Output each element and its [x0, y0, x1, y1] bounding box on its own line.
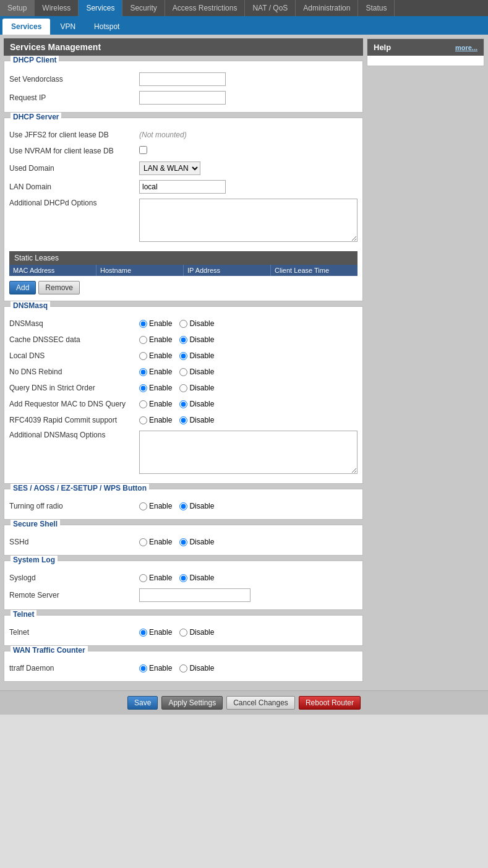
- lan-domain-row: LAN Domain: [9, 178, 357, 196]
- dnsmasq-disable-label[interactable]: Disable: [179, 319, 214, 328]
- nvram-control: [139, 146, 357, 156]
- sshd-enable-radio[interactable]: [139, 538, 147, 546]
- jffs2-control: (Not mounted): [139, 131, 357, 139]
- syslogd-enable-label[interactable]: Enable: [139, 574, 172, 582]
- turning-off-enable-radio[interactable]: [139, 502, 147, 510]
- add-mac-disable-radio[interactable]: [179, 400, 187, 408]
- syslogd-row: Syslogd Enable Disable: [9, 570, 357, 586]
- additional-dhcpd-textarea[interactable]: [139, 199, 357, 242]
- col-hostname: Hostname: [96, 265, 184, 276]
- query-dns-enable-radio[interactable]: [139, 384, 147, 392]
- apply-settings-button[interactable]: Apply Settings: [161, 696, 223, 710]
- top-nav: Setup Wireless Services Security Access …: [0, 0, 488, 16]
- reboot-router-button[interactable]: Reboot Router: [299, 696, 361, 710]
- no-dns-rebind-disable-label[interactable]: Disable: [179, 367, 214, 376]
- cache-dnssec-disable-radio[interactable]: [179, 336, 187, 344]
- syslogd-disable-label[interactable]: Disable: [179, 574, 214, 582]
- sshd-disable-radio[interactable]: [179, 538, 187, 546]
- telnet-title: Telnet: [11, 610, 36, 619]
- used-domain-select[interactable]: LAN & WLAN LAN WLAN None: [139, 161, 200, 175]
- turning-off-disable-radio[interactable]: [179, 502, 187, 510]
- turning-off-enable-label[interactable]: Enable: [139, 502, 172, 510]
- secure-shell-section: Secure Shell SSHd Enable Disable: [4, 525, 363, 556]
- save-button[interactable]: Save: [127, 696, 158, 710]
- local-dns-enable-label[interactable]: Enable: [139, 351, 172, 360]
- help-header: Help more...: [367, 39, 484, 56]
- add-mac-enable-radio[interactable]: [139, 400, 147, 408]
- ttraff-row: ttraff Daemon Enable Disable: [9, 660, 357, 676]
- query-dns-disable-label[interactable]: Disable: [179, 384, 214, 392]
- turning-off-radio-row: Turning off radio Enable Disable: [9, 498, 357, 514]
- add-lease-button[interactable]: Add: [9, 281, 36, 294]
- ttraff-enable-label[interactable]: Enable: [139, 664, 172, 672]
- add-mac-disable-label[interactable]: Disable: [179, 400, 214, 408]
- subnav-hotspot[interactable]: Hotspot: [85, 19, 128, 35]
- add-mac-radio-group: Enable Disable: [139, 400, 357, 408]
- local-dns-enable-radio[interactable]: [139, 352, 147, 360]
- dnsmasq-enable-label[interactable]: Enable: [139, 319, 172, 328]
- cache-dnssec-disable-label[interactable]: Disable: [179, 335, 214, 344]
- query-dns-radio-group: Enable Disable: [139, 384, 357, 392]
- ttraff-enable-radio[interactable]: [139, 664, 147, 672]
- nvram-checkbox[interactable]: [139, 146, 147, 154]
- nav-security[interactable]: Security: [122, 0, 165, 16]
- rfc4039-enable-label[interactable]: Enable: [139, 416, 172, 424]
- nav-status[interactable]: Status: [358, 0, 395, 16]
- remove-lease-button[interactable]: Remove: [38, 281, 80, 294]
- query-dns-enable-label[interactable]: Enable: [139, 384, 172, 392]
- telnet-enable-label[interactable]: Enable: [139, 628, 172, 637]
- request-ip-input[interactable]: [139, 91, 226, 105]
- used-domain-control: LAN & WLAN LAN WLAN None: [139, 161, 357, 175]
- telnet-enable-radio[interactable]: [139, 629, 147, 637]
- telnet-disable-radio[interactable]: [179, 629, 187, 637]
- local-dns-disable-label[interactable]: Disable: [179, 351, 214, 360]
- no-dns-rebind-row: No DNS Rebind Enable Disable: [9, 364, 357, 380]
- add-mac-enable-label[interactable]: Enable: [139, 400, 172, 408]
- set-vendorclass-input[interactable]: [139, 72, 226, 86]
- ttraff-disable-radio[interactable]: [179, 664, 187, 672]
- subnav-vpn[interactable]: VPN: [51, 19, 84, 35]
- rfc4039-enable-radio[interactable]: [139, 416, 147, 424]
- ttraff-label: ttraff Daemon: [9, 664, 139, 672]
- no-dns-rebind-disable-radio[interactable]: [179, 368, 187, 376]
- request-ip-row: Request IP: [9, 88, 357, 107]
- syslogd-enable-radio[interactable]: [139, 574, 147, 582]
- query-dns-label: Query DNS in Strict Order: [9, 384, 139, 392]
- help-more-link[interactable]: more...: [455, 44, 477, 51]
- nav-administration[interactable]: Administration: [296, 0, 358, 16]
- turning-off-radio-group: Enable Disable: [139, 502, 357, 510]
- no-dns-rebind-enable-radio[interactable]: [139, 368, 147, 376]
- query-dns-disable-radio[interactable]: [179, 384, 187, 392]
- nav-nat-qos[interactable]: NAT / QoS: [245, 0, 296, 16]
- lan-domain-input[interactable]: [139, 180, 226, 194]
- dnsmasq-section: DNSMasq DNSMasq Enable Disable Cache DNS…: [4, 306, 363, 484]
- subnav-services[interactable]: Services: [2, 19, 50, 35]
- nav-services[interactable]: Services: [79, 0, 122, 16]
- turning-off-disable-label[interactable]: Disable: [179, 502, 214, 510]
- dnsmasq-disable-radio[interactable]: [179, 320, 187, 328]
- syslogd-label: Syslogd: [9, 574, 139, 582]
- sshd-enable-label[interactable]: Enable: [139, 538, 172, 546]
- sshd-disable-label[interactable]: Disable: [179, 538, 214, 546]
- nav-setup[interactable]: Setup: [0, 0, 35, 16]
- no-dns-rebind-enable-label[interactable]: Enable: [139, 367, 172, 376]
- help-title: Help: [374, 43, 391, 52]
- additional-dnsmasq-textarea[interactable]: [139, 431, 357, 474]
- ttraff-disable-label[interactable]: Disable: [179, 664, 214, 672]
- telnet-disable-label[interactable]: Disable: [179, 628, 214, 637]
- dnsmasq-enable-radio[interactable]: [139, 320, 147, 328]
- nvram-row: Use NVRAM for client lease DB: [9, 143, 357, 159]
- nav-access-restrictions[interactable]: Access Restrictions: [165, 0, 246, 16]
- cache-dnssec-enable-label[interactable]: Enable: [139, 335, 172, 344]
- rfc4039-disable-radio[interactable]: [179, 416, 187, 424]
- cache-dnssec-enable-radio[interactable]: [139, 336, 147, 344]
- cancel-changes-button[interactable]: Cancel Changes: [226, 696, 295, 710]
- rfc4039-disable-label[interactable]: Disable: [179, 416, 214, 424]
- syslogd-disable-radio[interactable]: [179, 574, 187, 582]
- dhcp-server-title: DHCP Server: [11, 113, 61, 121]
- nav-wireless[interactable]: Wireless: [35, 0, 79, 16]
- local-dns-disable-radio[interactable]: [179, 352, 187, 360]
- no-dns-rebind-radio-group: Enable Disable: [139, 367, 357, 376]
- local-dns-row: Local DNS Enable Disable: [9, 348, 357, 364]
- remote-server-input[interactable]: [139, 588, 250, 602]
